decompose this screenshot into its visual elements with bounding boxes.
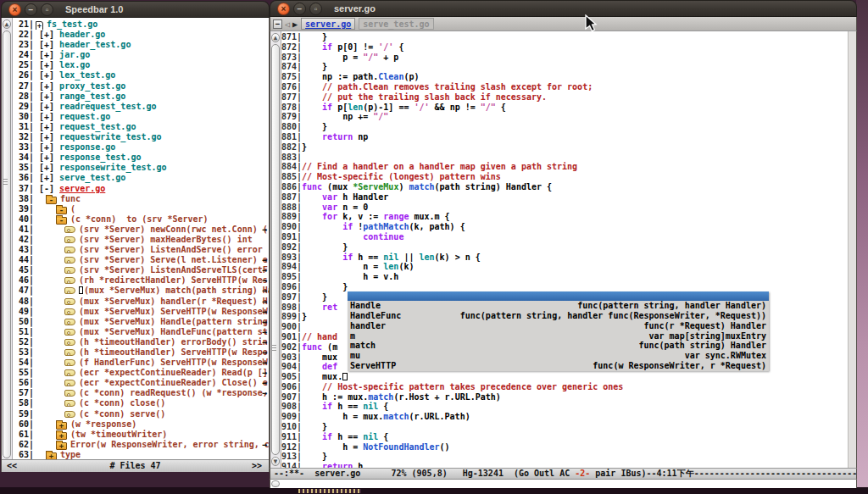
tag-icon[interactable] (64, 236, 75, 243)
tag-icon[interactable] (64, 390, 75, 397)
speedbar-row[interactable]: 53|(h *timeoutHandler) ServeHTTP(w Respo… (14, 347, 269, 358)
code-line[interactable]: 873| p = "/" + p (281, 53, 848, 63)
code-line[interactable]: 889| for k, v := range mux.m { (281, 212, 848, 222)
code-line[interactable]: 908| if h == nil { (281, 402, 848, 412)
code-line[interactable]: 911| if h == nil { (281, 432, 848, 442)
code-line[interactable]: 905| mux. (281, 372, 848, 382)
speedbar-row[interactable]: 41|(srv *Server) newConn(rwc net.Conn) (… (14, 225, 269, 235)
speedbar-item-label[interactable]: proxy_test.go (59, 81, 125, 91)
code-line[interactable]: 875| np := path.Clean(p) (281, 72, 848, 82)
folder-closed-icon[interactable]: + (56, 432, 67, 440)
autocomplete-item[interactable]: muvar sync.RWMutex (348, 351, 769, 361)
speedbar-item-label[interactable]: (w *response) (70, 419, 136, 429)
autocomplete-item[interactable]: ServeHTTPfunc(w ResponseWriter, r *Reque… (348, 361, 769, 371)
tab-prev-icon[interactable]: ◁ (285, 19, 290, 29)
maximize-icon[interactable]: ▫ (41, 3, 53, 16)
speedbar-row[interactable]: 33| [+] response.go (14, 142, 269, 153)
editor-titlebar[interactable]: × − ▫ server.go (270, 0, 857, 17)
tag-icon[interactable] (64, 257, 75, 264)
expand-plus-icon[interactable]: [+] (34, 173, 59, 182)
tag-icon[interactable] (64, 287, 75, 294)
speedbar-row[interactable]: 30| [+] request.go (14, 112, 269, 122)
folder-open-icon[interactable]: - (56, 217, 67, 225)
speedbar-row[interactable]: 35| [+] responsewrite_test.go (14, 163, 269, 173)
code-area[interactable]: 871| }872| if p[0] != '/' {873| p = "/" … (281, 32, 848, 468)
scroll-up-icon[interactable]: ▲ (3, 19, 11, 29)
speedbar-row[interactable]: 26| [+] lex_test.go (14, 70, 269, 80)
collapse-minus-icon[interactable]: [-] (34, 184, 59, 193)
speedbar-item-label[interactable]: (mux *ServeMux) Handle(pattern string (79, 317, 268, 326)
speedbar-item-label[interactable]: responsewrite_test.go (59, 163, 166, 172)
speedbar-row[interactable]: 37| [-] server.go (14, 184, 269, 194)
folder-open-icon[interactable]: - (46, 197, 57, 204)
expand-plus-icon[interactable]: [+] (34, 50, 59, 59)
echo-area[interactable] (270, 480, 857, 488)
speedbar-item-label[interactable]: (srv *Server) maxHeaderBytes() int (79, 235, 253, 244)
expand-plus-icon[interactable]: [+] (34, 142, 59, 152)
speedbar-item-label[interactable]: jar.go (59, 50, 90, 59)
speedbar-row[interactable]: 48|(mux *ServeMux) handler(r *Request) H… (14, 297, 269, 307)
folder-open-icon[interactable]: - (56, 207, 67, 214)
speedbar-item-label[interactable]: request_test.go (59, 122, 136, 131)
speedbar-item-label[interactable]: (srv *Server) ListenAndServe() error (79, 245, 263, 254)
code-line[interactable]: 877| // put the trailing slash back if n… (281, 92, 848, 103)
code-line[interactable]: 885|// Most-specific (longest) pattern w… (281, 172, 848, 182)
tag-icon[interactable] (64, 380, 75, 386)
code-line[interactable]: 914| return h (281, 462, 848, 468)
speedbar-row[interactable]: 51|(mux *ServeMux) HandleFunc(pattern st… (14, 327, 269, 337)
code-line[interactable]: 894| n = len(k) (281, 262, 848, 272)
speedbar-item-label[interactable]: header.go (59, 30, 105, 39)
speedbar-item-label[interactable]: (c *conn) readRequest() (w *response, (79, 388, 268, 397)
speedbar-titlebar[interactable]: × − ▫ Speedbar 1.0 (1, 1, 270, 18)
speedbar-item-label[interactable]: range_test.go (59, 92, 125, 101)
speedbar-item-label[interactable]: fs_test.go (47, 19, 97, 29)
code-line[interactable]: 874| } (281, 62, 848, 72)
code-line[interactable]: 879| np += "/" (281, 112, 848, 122)
speedbar-row[interactable]: 56|(ecr *expectContinueReader) Close() e… (14, 378, 269, 388)
code-line[interactable]: 872| if p[0] != '/' { (281, 42, 848, 53)
code-line[interactable]: 871| } (281, 32, 848, 42)
speedbar-row[interactable]: 21|+fs_test.go (14, 19, 269, 30)
folder-closed-icon[interactable]: + (56, 422, 67, 430)
expand-plus-icon[interactable]: [+] (34, 112, 59, 121)
speedbar-item-label[interactable]: request.go (59, 112, 110, 121)
code-line[interactable]: 881| return np (281, 132, 848, 142)
tag-icon[interactable] (64, 319, 75, 325)
speedbar-row[interactable]: 25| [+] lex.go (14, 60, 269, 70)
code-line[interactable]: 882|} (281, 142, 848, 153)
code-line[interactable]: 893| if h == nil || len(k) > n { (281, 253, 848, 263)
maximize-icon[interactable]: ▫ (309, 3, 322, 15)
speedbar-row[interactable]: 22| [+] header.go (14, 30, 269, 40)
speedbar-row[interactable]: 28| [+] range_test.go (14, 92, 269, 102)
speedbar-row[interactable]: 46|(rh *redirectHandler) ServeHTTP(w Res… (14, 275, 269, 286)
speedbar-item-label[interactable]: header_test.go (59, 40, 131, 49)
expand-plus-icon[interactable]: [+] (34, 92, 59, 101)
speedbar-item-label[interactable]: Error(w ResponseWriter, error string, c (70, 440, 269, 449)
speedbar-row[interactable]: 36| [+] serve_test.go (14, 173, 269, 183)
speedbar-item-label[interactable]: readrequest_test.go (59, 102, 156, 111)
speedbar-item-label[interactable]: (ecr *expectContinueReader) Close() e (79, 378, 268, 387)
code-line[interactable]: 891| continue (281, 232, 848, 242)
tag-icon[interactable] (64, 308, 75, 315)
speedbar-item-label[interactable]: (c *conn) serve() (79, 409, 165, 419)
speedbar-row[interactable]: 38|-func (14, 194, 269, 204)
expand-plus-icon[interactable]: [+] (34, 102, 59, 111)
tag-icon[interactable] (64, 339, 75, 346)
expand-plus-icon[interactable]: [+] (34, 60, 59, 69)
speedbar-row[interactable]: 42|(srv *Server) maxHeaderBytes() int (14, 235, 269, 245)
close-icon[interactable]: × (8, 3, 21, 16)
autocomplete-item[interactable]: Handlefunc(pattern string, handler Handl… (348, 301, 769, 311)
speedbar-row[interactable]: 23| [+] header_test.go (14, 40, 269, 50)
speedbar-item-label[interactable]: ( (70, 204, 75, 214)
code-line[interactable]: 876| // path.Clean removes trailing slas… (281, 82, 848, 92)
speedbar-scrollbar[interactable]: ▲ ▼ (2, 18, 13, 472)
code-line[interactable]: 912| h = NotFoundHandler() (281, 442, 848, 452)
speedbar-item-label[interactable]: (srv *Server) newConn(rwc net.Conn) (· (79, 225, 269, 234)
speedbar-row[interactable]: 43|(srv *Server) ListenAndServe() error (14, 245, 269, 255)
speedbar-row[interactable]: 60|+(w *response) (14, 419, 269, 430)
scroll-down-icon[interactable]: ▼ (271, 457, 280, 466)
tag-icon[interactable] (64, 369, 75, 376)
tabbar-minimize-button[interactable]: − (273, 19, 282, 29)
speedbar-item-label[interactable]: (h *timeoutHandler) ServeHTTP(w Respo (79, 347, 268, 357)
code-line[interactable]: 887| var h Handler (281, 192, 848, 203)
